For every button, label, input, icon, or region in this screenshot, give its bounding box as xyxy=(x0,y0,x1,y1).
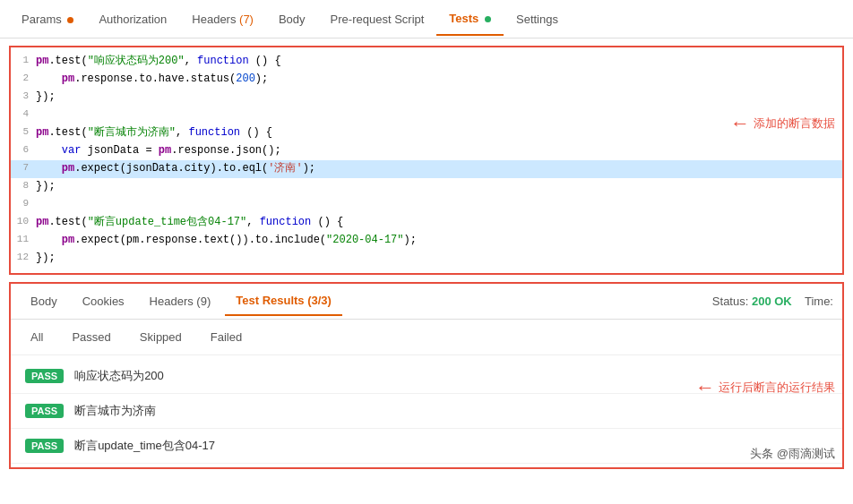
tab-params[interactable]: Params xyxy=(9,4,86,35)
filter-passed[interactable]: Passed xyxy=(66,329,116,346)
tab-headers[interactable]: Headers (7) xyxy=(179,4,266,35)
code-annotation-text: 添加的断言数据 xyxy=(754,115,835,132)
arrow-left-icon: ← xyxy=(730,112,750,135)
tab-prerequest[interactable]: Pre-request Script xyxy=(318,4,437,35)
pass-badge-3: PASS xyxy=(25,439,64,453)
result-tab-cookies[interactable]: Cookies xyxy=(72,287,135,315)
test-label-1: 响应状态码为200 xyxy=(74,368,164,384)
pass-badge-2: PASS xyxy=(25,404,64,418)
tab-authorization[interactable]: Authorization xyxy=(86,4,179,35)
code-line-7: 7 pm.expect(jsonData.city).to.eql('济南'); xyxy=(11,160,842,178)
result-tab-bar: Body Cookies Headers (9) Test Results (3… xyxy=(11,284,842,320)
bottom-annotation: ← 运行后断言的运行结果 xyxy=(695,376,835,399)
code-line-5: 5 pm.test("断言城市为济南", function () { xyxy=(11,124,842,142)
filter-all[interactable]: All xyxy=(25,329,48,346)
code-line-8: 8 }); xyxy=(11,178,842,196)
code-line-12: 12 }); xyxy=(11,250,842,268)
arrow-left-icon-2: ← xyxy=(695,376,715,399)
params-dot xyxy=(67,17,73,23)
code-line-11: 11 pm.expect(pm.response.text()).to.incl… xyxy=(11,232,842,250)
main-wrapper: Params Authorization Headers (7) Body Pr… xyxy=(0,0,853,469)
code-line-2: 2 pm.response.to.have.status(200); xyxy=(11,71,842,89)
test-row-3: PASS 断言update_time包含04-17 xyxy=(11,429,842,464)
tab-settings[interactable]: Settings xyxy=(504,4,571,35)
test-results: PASS 响应状态码为200 PASS 断言城市为济南 PASS 断言updat… xyxy=(11,355,842,467)
code-line-9: 9 xyxy=(11,196,842,214)
status-area: Status: 200 OK Time: xyxy=(712,295,833,308)
code-line-10: 10 pm.test("断言update_time包含04-17", funct… xyxy=(11,214,842,232)
top-tab-bar: Params Authorization Headers (7) Body Pr… xyxy=(0,0,853,38)
filter-skipped[interactable]: Skipped xyxy=(134,329,187,346)
tab-tests[interactable]: Tests xyxy=(436,3,504,36)
tests-dot xyxy=(485,16,491,22)
bottom-annotation-text: 运行后断言的运行结果 xyxy=(719,380,835,396)
code-editor: 1 pm.test("响应状态码为200", function () { 2 p… xyxy=(9,46,844,275)
result-tab-testresults[interactable]: Test Results (3/3) xyxy=(225,286,342,316)
result-tab-body[interactable]: Body xyxy=(20,287,68,315)
test-label-2: 断言城市为济南 xyxy=(74,403,156,419)
pass-badge-1: PASS xyxy=(25,369,64,383)
code-annotation: ← 添加的断言数据 xyxy=(730,112,835,135)
code-line-3: 3 }); xyxy=(11,89,842,107)
filter-failed[interactable]: Failed xyxy=(205,329,247,346)
code-line-4: 4 xyxy=(11,107,842,124)
watermark: 头条 @雨滴测试 xyxy=(750,446,835,462)
test-label-3: 断言update_time包含04-17 xyxy=(74,438,215,454)
code-line-1: 1 pm.test("响应状态码为200", function () { xyxy=(11,53,842,71)
result-tab-headers[interactable]: Headers (9) xyxy=(139,287,222,315)
tab-body[interactable]: Body xyxy=(266,4,318,35)
filter-bar: All Passed Skipped Failed xyxy=(11,320,842,355)
code-lines: 1 pm.test("响应状态码为200", function () { 2 p… xyxy=(11,47,842,273)
code-line-6: 6 var jsonData = pm.response.json(); xyxy=(11,142,842,160)
